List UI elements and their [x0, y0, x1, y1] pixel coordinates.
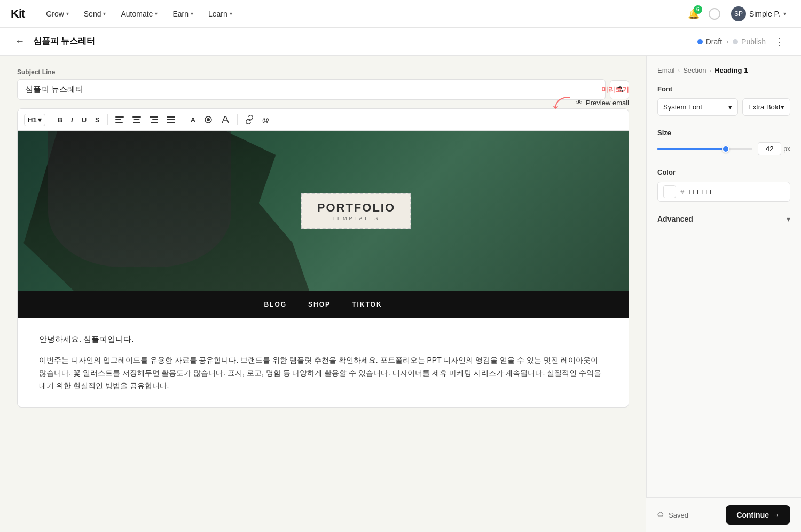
svg-rect-8 — [151, 122, 158, 123]
subject-input[interactable] — [17, 79, 606, 100]
breadcrumb: Email › Section › Heading 1 — [657, 66, 790, 74]
color-hash-symbol: # — [680, 188, 684, 196]
svg-rect-5 — [133, 122, 140, 123]
portfolio-badge: PORTFOLIO TEMPLATES — [301, 193, 411, 229]
user-menu-chevron-icon: ▾ — [783, 11, 786, 17]
size-input-group: px — [758, 142, 790, 155]
font-controls: System Font ▾ Extra Bold ▾ — [657, 98, 790, 116]
email-content: PORTFOLIO TEMPLATES BLOG SHOP TIKTOK 안녕하… — [17, 131, 629, 408]
advanced-label: Advanced — [657, 215, 693, 223]
font-weight-value: Extra Bold — [748, 103, 780, 111]
link-button[interactable] — [242, 113, 257, 126]
user-menu[interactable]: SP Simple P. ▾ — [727, 4, 790, 24]
highlight-button[interactable] — [201, 113, 216, 126]
preview-email-label: Preview email — [586, 99, 629, 107]
align-justify-icon — [167, 116, 175, 123]
continue-button[interactable]: Continue → — [726, 505, 790, 525]
secondnav-right: Draft › Publish ⋮ — [697, 34, 788, 50]
toolbar-divider-4 — [237, 114, 238, 125]
bottom-bar: Saved Continue → — [646, 497, 801, 532]
nav-item-earn[interactable]: Earn ▾ — [166, 6, 200, 21]
underline-button[interactable]: U — [78, 114, 90, 126]
breadcrumb-sep-2-icon: › — [710, 67, 712, 74]
portfolio-badge-title: PORTFOLIO — [317, 201, 395, 215]
size-slider-thumb[interactable] — [722, 145, 729, 153]
italic-button[interactable]: I — [68, 114, 76, 126]
email-body: 안녕하세요. 심플피입니다. 이번주는 디자인의 업그레이드를 유용한 자료를 … — [18, 318, 629, 407]
nav-item-learn[interactable]: Learn ▾ — [202, 6, 239, 21]
font-size-icon: A — [191, 116, 195, 124]
align-center-button[interactable] — [129, 114, 144, 125]
send-chevron-icon: ▾ — [103, 11, 106, 17]
publish-status[interactable]: Publish — [733, 37, 766, 46]
subject-line-label: Subject Line — [17, 68, 629, 76]
portfolio-badge-subtitle: TEMPLATES — [317, 216, 395, 221]
notification-bell[interactable]: 🔔 6 — [685, 5, 702, 22]
status-indicator — [709, 8, 720, 20]
preview-email-button[interactable]: 👁 Preview email — [576, 99, 629, 107]
align-left-button[interactable] — [112, 114, 127, 125]
size-section: Size px — [657, 129, 790, 155]
svg-rect-7 — [152, 119, 158, 120]
avatar: SP — [731, 6, 746, 21]
preview-area: 미리보기 👁 Preview email H1 ▾ — [17, 108, 629, 408]
nav-item-send[interactable]: Send ▾ — [77, 6, 113, 21]
nav-grow-label: Grow — [46, 10, 64, 18]
font-weight-chevron-icon: ▾ — [781, 103, 784, 111]
heading-selector[interactable]: H1 ▾ — [24, 114, 45, 126]
nav-item-grow[interactable]: Grow ▾ — [40, 6, 75, 21]
strikethrough-button[interactable]: S — [92, 114, 103, 126]
align-right-button[interactable] — [146, 114, 161, 125]
saved-label: Saved — [669, 511, 688, 519]
advanced-toggle[interactable]: Advanced ▾ — [657, 215, 790, 223]
breadcrumb-email[interactable]: Email — [657, 66, 675, 74]
publish-label: Publish — [741, 37, 766, 46]
back-button[interactable]: ← — [13, 34, 27, 49]
nav-automate-label: Automate — [121, 10, 153, 18]
color-picker-row[interactable]: # FFFFFF — [657, 182, 790, 202]
saved-status: Saved — [657, 511, 688, 519]
color-swatch[interactable] — [663, 185, 676, 198]
main-layout: Subject Line ⚗ 미리보기 👁 Pr — [0, 56, 801, 532]
continue-arrow-icon: → — [772, 511, 780, 519]
font-size-button[interactable]: A — [187, 114, 199, 126]
draft-status: Draft — [697, 37, 722, 46]
breadcrumb-section[interactable]: Section — [683, 66, 706, 74]
heading-chevron-icon: ▾ — [38, 116, 42, 124]
email-hero: PORTFOLIO TEMPLATES — [18, 131, 629, 291]
svg-rect-9 — [167, 116, 175, 118]
font-family-select[interactable]: System Font ▾ — [657, 98, 738, 116]
toolbar-divider-2 — [107, 114, 108, 125]
publish-dot-icon — [733, 39, 738, 44]
mention-button[interactable]: @ — [259, 114, 272, 126]
svg-point-13 — [207, 118, 210, 121]
font-section: Font System Font ▾ Extra Bold ▾ — [657, 85, 790, 116]
more-options-button[interactable]: ⋮ — [770, 34, 788, 50]
color-label: Color — [657, 168, 790, 176]
avatar-initials: SP — [734, 10, 743, 18]
nav-item-automate[interactable]: Automate ▾ — [114, 6, 164, 21]
size-unit: px — [783, 145, 790, 153]
size-slider[interactable] — [657, 144, 752, 154]
earn-chevron-icon: ▾ — [191, 11, 193, 17]
right-panel: Email › Section › Heading 1 Font System … — [646, 56, 801, 532]
subject-input-row: ⚗ — [17, 79, 629, 100]
annotation-arrow-icon — [551, 95, 572, 111]
heading-level-label: H1 — [28, 116, 37, 124]
nav-send-label: Send — [84, 10, 101, 18]
text-color-button[interactable] — [218, 113, 233, 126]
email-nav-shop: SHOP — [308, 301, 331, 308]
align-justify-button[interactable] — [163, 114, 178, 125]
nav-learn-label: Learn — [208, 10, 227, 18]
svg-rect-2 — [115, 122, 123, 123]
user-name: Simple P. — [749, 10, 780, 18]
bold-button[interactable]: B — [54, 114, 66, 126]
svg-rect-3 — [132, 116, 141, 118]
color-hex-value: FFFFFF — [688, 188, 714, 196]
font-weight-select[interactable]: Extra Bold ▾ — [742, 98, 790, 116]
color-section: Color # FFFFFF — [657, 168, 790, 202]
size-input[interactable] — [758, 142, 781, 155]
automate-chevron-icon: ▾ — [155, 11, 158, 17]
draft-label: Draft — [706, 37, 722, 46]
highlight-icon — [204, 115, 213, 124]
